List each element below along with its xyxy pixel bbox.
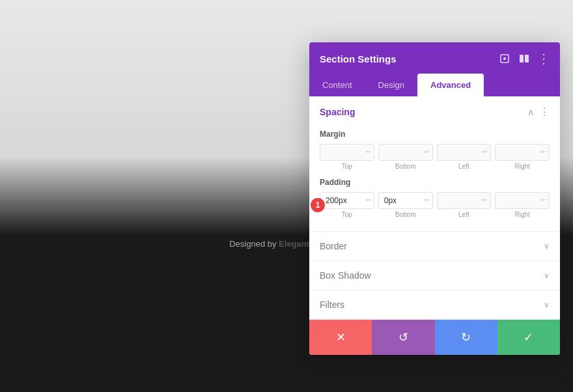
box-shadow-header-right: ∨ [544,271,550,280]
margin-fields-row: Top [320,144,550,170]
svg-rect-2 [520,55,524,63]
padding-left-link-icon [481,197,488,204]
padding-label: Padding [320,178,550,187]
more-options-icon[interactable]: ⋮ [538,53,550,64]
margin-right-link-icon [540,148,546,156]
spacing-title: Spacing [320,107,355,117]
margin-top-link-icon [365,148,371,156]
save-button[interactable]: ✓ [497,320,560,355]
margin-right-field: Right [495,144,550,170]
padding-group: Padding 1 [320,178,550,218]
padding-right-label: Right [514,211,529,218]
section-settings-panel: Section Settings ⋮ Content Design Advanc… [309,42,560,355]
margin-left-field: Left [437,144,492,170]
margin-left-label: Left [458,163,469,170]
padding-right-link-icon [540,197,546,204]
padding-bottom-label: Bottom [395,211,416,218]
margin-bottom-link-icon [423,148,430,156]
margin-top-field: Top [320,144,374,170]
filters-title: Filters [320,300,344,310]
columns-icon[interactable] [518,53,530,64]
box-shadow-collapse-icon[interactable]: ∨ [544,271,550,280]
panel-header: Section Settings ⋮ [309,42,560,74]
spacing-section-header[interactable]: Spacing ∧ ⋮ [309,96,560,127]
padding-bottom-field: Bottom [378,192,433,218]
margin-left-link-icon [481,148,488,156]
border-header-right: ∨ [544,242,550,251]
filters-collapse-icon[interactable]: ∨ [544,300,550,309]
panel-footer: ✕ ↺ ↻ ✓ [309,320,560,355]
redo-button[interactable]: ↻ [435,320,497,355]
tab-advanced[interactable]: Advanced [417,74,484,96]
svg-rect-3 [525,55,529,63]
spacing-section: Spacing ∧ ⋮ Margin [309,96,560,232]
resize-icon[interactable] [499,53,510,64]
box-shadow-section-header[interactable]: Box Shadow ∨ [309,261,560,290]
margin-bottom-label: Bottom [395,163,416,170]
tab-content[interactable]: Content [309,74,365,96]
padding-badge: 1 [311,198,325,212]
panel-scroll-area[interactable]: Spacing ∧ ⋮ Margin [309,96,560,320]
padding-top-link-icon [365,197,371,204]
filters-section: Filters ∨ [309,290,560,320]
tab-design[interactable]: Design [365,74,417,96]
border-collapse-icon[interactable]: ∨ [544,242,550,251]
margin-top-label: Top [342,163,352,170]
padding-left-field: Left [437,192,492,218]
padding-top-field: Top [320,192,374,218]
margin-bottom-field: Bottom [378,144,433,170]
box-shadow-title: Box Shadow [320,270,371,281]
padding-fields-row: Top [320,192,550,218]
border-section-header[interactable]: Border ∨ [309,232,560,260]
margin-group: Margin [320,130,550,170]
margin-label: Margin [320,130,550,139]
padding-right-field: Right [495,192,550,218]
spacing-collapse-icon[interactable]: ∧ [527,107,534,117]
spacing-content: Margin [309,127,560,231]
border-title: Border [320,241,347,251]
filters-section-header[interactable]: Filters ∨ [309,290,560,319]
margin-right-label: Right [514,163,529,170]
cancel-button[interactable]: ✕ [309,320,372,355]
panel-header-icons: ⋮ [499,53,550,74]
border-section: Border ∨ [309,232,560,261]
filters-header-right: ∨ [544,300,550,309]
tabs-bar: Content Design Advanced [309,74,560,96]
padding-row-wrapper: 1 [320,192,550,218]
padding-top-label: Top [342,211,352,218]
svg-point-1 [503,57,506,60]
spacing-more-icon[interactable]: ⋮ [539,105,550,118]
box-shadow-section: Box Shadow ∨ [309,261,560,290]
undo-button[interactable]: ↺ [372,320,434,355]
spacing-header-right: ∧ ⋮ [527,105,550,118]
padding-bottom-link-icon [423,197,430,204]
panel-title: Section Settings [320,53,397,74]
padding-left-label: Left [458,211,469,218]
